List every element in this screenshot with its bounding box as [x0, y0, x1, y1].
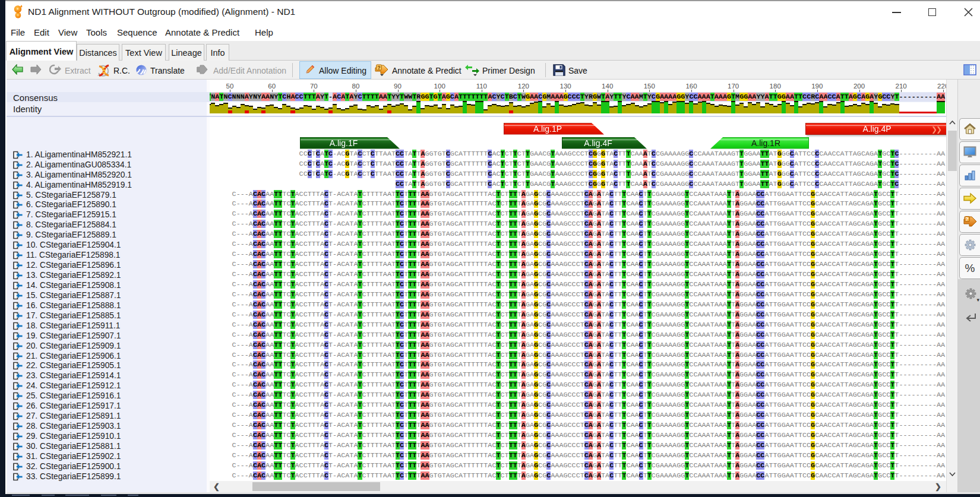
- svg-text:?: ?: [966, 216, 969, 222]
- svg-text:?: ?: [377, 65, 381, 71]
